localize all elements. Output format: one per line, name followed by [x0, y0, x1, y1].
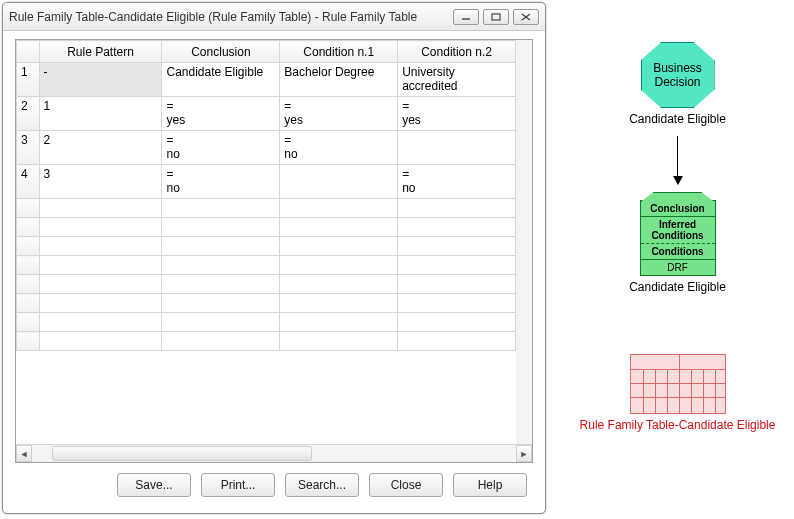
table-row-empty[interactable]: [17, 237, 516, 256]
decision-line2: Decision: [653, 75, 702, 89]
scroll-track[interactable]: [32, 445, 516, 462]
table-cell-empty[interactable]: [39, 332, 162, 351]
table-cell-empty[interactable]: [280, 275, 398, 294]
table-cell[interactable]: = no: [280, 131, 398, 165]
vertical-scrollbar[interactable]: [516, 40, 532, 444]
table-cell-empty[interactable]: [162, 199, 280, 218]
table-cell-empty[interactable]: [280, 313, 398, 332]
header-rule-pattern[interactable]: Rule Pattern: [39, 41, 162, 63]
table-row-empty[interactable]: [17, 313, 516, 332]
table-cell[interactable]: = no: [398, 165, 516, 199]
table-cell-empty[interactable]: [17, 256, 40, 275]
table-cell-empty[interactable]: [17, 237, 40, 256]
business-decision-node[interactable]: Business Decision: [641, 42, 715, 108]
table-cell[interactable]: 2: [39, 131, 162, 165]
help-button[interactable]: Help: [453, 473, 527, 497]
table-row[interactable]: 1-Candidate EligibleBachelor DegreeUnive…: [17, 63, 516, 97]
decision-line1: Business: [653, 61, 702, 75]
search-button[interactable]: Search...: [285, 473, 359, 497]
table-cell-empty[interactable]: [398, 332, 516, 351]
table-cell-empty[interactable]: [39, 275, 162, 294]
table-cell[interactable]: University accredited: [398, 63, 516, 97]
row-number-cell[interactable]: 3: [17, 131, 40, 165]
table-cell-empty[interactable]: [280, 237, 398, 256]
row-number-cell[interactable]: 1: [17, 63, 40, 97]
table-cell-empty[interactable]: [162, 313, 280, 332]
minimize-button[interactable]: [453, 9, 479, 25]
row-number-cell[interactable]: 4: [17, 165, 40, 199]
scroll-thumb[interactable]: [52, 446, 312, 461]
table-cell[interactable]: 3: [39, 165, 162, 199]
rule-family-table-icon[interactable]: [630, 354, 726, 414]
table-cell-empty[interactable]: [17, 332, 40, 351]
table-cell-empty[interactable]: [162, 218, 280, 237]
grid-container: Rule Pattern Conclusion Condition n.1 Co…: [15, 39, 533, 463]
horizontal-scrollbar[interactable]: ◄ ►: [16, 444, 532, 462]
drf-label: Candidate Eligible: [629, 280, 726, 294]
row-number-cell[interactable]: 2: [17, 97, 40, 131]
table-cell-empty[interactable]: [398, 313, 516, 332]
table-cell-empty[interactable]: [17, 199, 40, 218]
table-cell-empty[interactable]: [39, 237, 162, 256]
table-cell-empty[interactable]: [280, 256, 398, 275]
rule-table[interactable]: Rule Pattern Conclusion Condition n.1 Co…: [16, 40, 516, 351]
table-cell-empty[interactable]: [162, 332, 280, 351]
scroll-right-arrow[interactable]: ►: [516, 445, 532, 462]
table-cell-empty[interactable]: [280, 332, 398, 351]
table-cell-empty[interactable]: [39, 199, 162, 218]
maximize-button[interactable]: [483, 9, 509, 25]
table-cell-empty[interactable]: [162, 237, 280, 256]
table-cell-empty[interactable]: [398, 237, 516, 256]
table-cell-empty[interactable]: [398, 256, 516, 275]
table-cell-empty[interactable]: [17, 313, 40, 332]
table-cell-empty[interactable]: [39, 218, 162, 237]
table-cell[interactable]: = yes: [398, 97, 516, 131]
header-condition-1[interactable]: Condition n.1: [280, 41, 398, 63]
table-row[interactable]: 32= no= no: [17, 131, 516, 165]
table-cell-empty[interactable]: [17, 294, 40, 313]
table-cell[interactable]: = no: [162, 131, 280, 165]
table-cell-empty[interactable]: [398, 294, 516, 313]
drf-node[interactable]: Conclusion Inferred Conditions Condition…: [640, 200, 716, 276]
table-cell-empty[interactable]: [398, 218, 516, 237]
table-cell-empty[interactable]: [280, 218, 398, 237]
table-cell-empty[interactable]: [17, 275, 40, 294]
table-row-empty[interactable]: [17, 256, 516, 275]
close-window-button[interactable]: [513, 9, 539, 25]
scroll-left-arrow[interactable]: ◄: [16, 445, 32, 462]
table-cell[interactable]: = no: [162, 165, 280, 199]
arrow-down-icon: [673, 136, 683, 185]
table-cell-empty[interactable]: [398, 199, 516, 218]
table-row[interactable]: 43= no= no: [17, 165, 516, 199]
table-cell-empty[interactable]: [39, 256, 162, 275]
close-button[interactable]: Close: [369, 473, 443, 497]
table-cell-empty[interactable]: [280, 199, 398, 218]
table-cell[interactable]: Candidate Eligible: [162, 63, 280, 97]
table-cell-empty[interactable]: [398, 275, 516, 294]
table-row-empty[interactable]: [17, 199, 516, 218]
table-row-empty[interactable]: [17, 218, 516, 237]
header-rownum[interactable]: [17, 41, 40, 63]
table-row-empty[interactable]: [17, 275, 516, 294]
header-condition-2[interactable]: Condition n.2: [398, 41, 516, 63]
table-cell-empty[interactable]: [17, 218, 40, 237]
table-cell-empty[interactable]: [280, 294, 398, 313]
table-cell-empty[interactable]: [162, 256, 280, 275]
table-cell[interactable]: [280, 165, 398, 199]
table-row-empty[interactable]: [17, 294, 516, 313]
table-cell[interactable]: 1: [39, 97, 162, 131]
table-cell-empty[interactable]: [162, 294, 280, 313]
table-cell-empty[interactable]: [39, 313, 162, 332]
table-row[interactable]: 21= yes= yes= yes: [17, 97, 516, 131]
table-cell[interactable]: Bachelor Degree: [280, 63, 398, 97]
table-cell-empty[interactable]: [162, 275, 280, 294]
table-cell-empty[interactable]: [39, 294, 162, 313]
header-conclusion[interactable]: Conclusion: [162, 41, 280, 63]
save-button[interactable]: Save...: [117, 473, 191, 497]
table-row-empty[interactable]: [17, 332, 516, 351]
table-cell[interactable]: -: [39, 63, 162, 97]
table-cell[interactable]: = yes: [162, 97, 280, 131]
table-cell[interactable]: [398, 131, 516, 165]
print-button[interactable]: Print...: [201, 473, 275, 497]
table-cell[interactable]: = yes: [280, 97, 398, 131]
